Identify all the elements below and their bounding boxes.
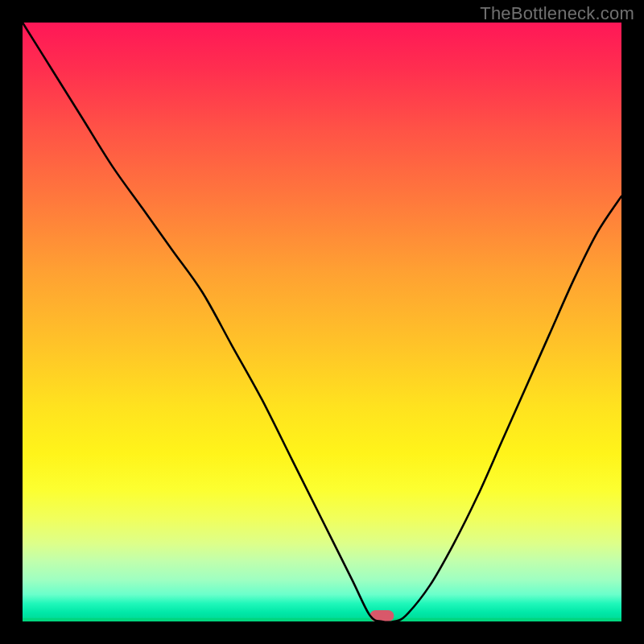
plot-area	[23, 23, 621, 621]
chart-svg	[23, 23, 621, 621]
chart-frame: TheBottleneck.com	[0, 0, 644, 644]
bottleneck-curve	[23, 23, 621, 621]
watermark-text: TheBottleneck.com	[480, 3, 634, 24]
